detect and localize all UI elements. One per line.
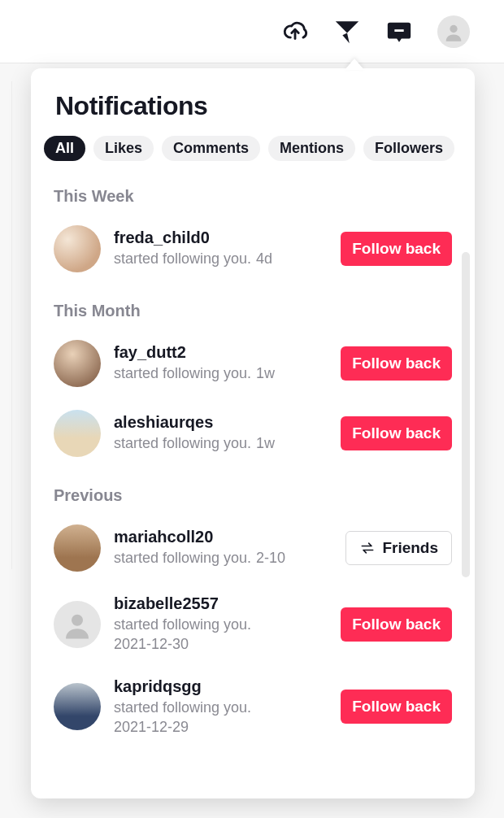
action-text: started following you. xyxy=(114,550,251,566)
swap-icon xyxy=(359,540,376,556)
user-avatar[interactable] xyxy=(54,524,101,572)
tab-likes[interactable]: Likes xyxy=(93,136,154,161)
popup-title: Notifications xyxy=(31,91,475,136)
notification-body: aleshiaurqes started following you.1w xyxy=(114,413,328,453)
background-divider xyxy=(11,81,12,569)
section-header: This Week xyxy=(54,187,452,206)
top-header xyxy=(0,0,504,63)
user-avatar[interactable] xyxy=(54,410,101,457)
follow-back-button[interactable]: Follow back xyxy=(341,416,452,450)
action-text: started following you. xyxy=(114,616,251,633)
filter-tabs: All Likes Comments Mentions Followers xyxy=(31,136,475,172)
action-text: started following you. xyxy=(114,435,251,451)
action-text: started following you. xyxy=(114,365,251,381)
section-header: Previous xyxy=(54,486,452,505)
notification-meta: started following you.2021-12-30 xyxy=(114,615,328,655)
follow-back-button[interactable]: Follow back xyxy=(341,690,452,724)
section-header: This Month xyxy=(54,302,452,320)
user-avatar[interactable] xyxy=(54,225,101,272)
notification-body: fay_dutt2 started following you.1w xyxy=(114,343,328,383)
svg-point-1 xyxy=(450,24,457,32)
notification-body: freda_child0 started following you.4d xyxy=(114,228,328,268)
inbox-icon[interactable] xyxy=(385,18,413,46)
user-avatar[interactable] xyxy=(54,340,101,387)
tab-followers[interactable]: Followers xyxy=(363,136,454,161)
time-text: 2021-12-29 xyxy=(114,717,328,737)
friends-button[interactable]: Friends xyxy=(345,531,452,565)
time-text: 1w xyxy=(256,435,275,451)
username[interactable]: mariahcoll20 xyxy=(114,528,332,546)
user-avatar[interactable] xyxy=(54,601,101,648)
follow-back-button[interactable]: Follow back xyxy=(341,607,452,642)
svg-rect-0 xyxy=(394,29,403,32)
notifications-popup: Notifications All Likes Comments Mention… xyxy=(31,68,475,798)
notification-row[interactable]: bizabelle2557 started following you.2021… xyxy=(54,583,452,666)
notification-body: mariahcoll20 started following you.2-10 xyxy=(114,528,332,568)
tab-all[interactable]: All xyxy=(44,136,85,161)
time-text: 4d xyxy=(256,250,272,267)
notification-row[interactable]: freda_child0 started following you.4d Fo… xyxy=(54,214,452,284)
send-icon[interactable] xyxy=(333,18,361,46)
notification-meta: started following you.1w xyxy=(114,433,328,453)
time-text: 2021-12-30 xyxy=(114,634,328,654)
upload-icon[interactable] xyxy=(281,18,309,46)
username[interactable]: freda_child0 xyxy=(114,228,328,247)
tab-comments[interactable]: Comments xyxy=(162,136,260,161)
svg-point-2 xyxy=(72,615,83,626)
follow-back-button[interactable]: Follow back xyxy=(341,232,452,266)
time-text: 2-10 xyxy=(256,550,285,566)
notification-body: bizabelle2557 started following you.2021… xyxy=(114,594,328,655)
notification-row[interactable]: fay_dutt2 started following you.1w Follo… xyxy=(54,329,452,398)
username[interactable]: bizabelle2557 xyxy=(114,594,328,613)
follow-back-button[interactable]: Follow back xyxy=(341,346,452,381)
action-text: started following you. xyxy=(114,250,251,267)
user-avatar[interactable] xyxy=(54,683,101,730)
notification-meta: started following you.4d xyxy=(114,249,328,268)
popup-pointer xyxy=(345,59,364,70)
tab-mentions[interactable]: Mentions xyxy=(268,136,355,161)
notification-meta: started following you.1w xyxy=(114,363,328,383)
notifications-scroll[interactable]: This Week freda_child0 started following… xyxy=(31,172,475,798)
username[interactable]: kapridqsgg xyxy=(114,677,328,696)
notification-meta: started following you.2-10 xyxy=(114,548,332,568)
notification-row[interactable]: mariahcoll20 started following you.2-10 … xyxy=(54,513,452,583)
scrollbar-thumb[interactable] xyxy=(462,252,470,577)
notification-meta: started following you.2021-12-29 xyxy=(114,698,328,738)
notification-body: kapridqsgg started following you.2021-12… xyxy=(114,677,328,738)
action-text: started following you. xyxy=(114,699,251,716)
time-text: 1w xyxy=(256,365,275,381)
notification-row[interactable]: aleshiaurqes started following you.1w Fo… xyxy=(54,398,452,468)
profile-avatar[interactable] xyxy=(437,15,470,48)
username[interactable]: fay_dutt2 xyxy=(114,343,328,362)
friends-label: Friends xyxy=(382,539,438,557)
notification-row[interactable]: kapridqsgg started following you.2021-12… xyxy=(54,666,452,749)
username[interactable]: aleshiaurqes xyxy=(114,413,328,432)
